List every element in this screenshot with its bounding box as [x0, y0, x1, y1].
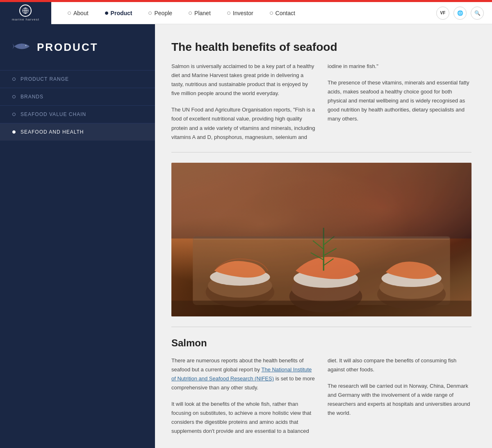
nav-dot-contact [270, 11, 273, 15]
salmon-two-col: There are numerous reports about the hea… [171, 356, 472, 436]
salmon-left: There are numerous reports about the hea… [171, 356, 315, 436]
navbar: marine harvest About Product People Plan… [0, 2, 492, 24]
nav-dot-product [105, 11, 108, 15]
page-title: The health benefits of seafood [171, 41, 472, 54]
paragraph-7: diet. It will also compare the benefits … [328, 356, 472, 374]
paragraph-5: There are numerous reports about the hea… [171, 356, 315, 392]
nav-item-planet[interactable]: Planet [180, 2, 219, 24]
intro-left: Salmon is universally acclaimed to be a … [171, 62, 315, 142]
logo-text: marine harvest [12, 18, 39, 21]
sidebar-header: PRODUCT [0, 36, 155, 66]
nav-dot-people [148, 11, 152, 15]
svg-rect-22 [171, 163, 472, 239]
paragraph-4: The presence of these vitamins, minerals… [328, 78, 472, 123]
divider-2 [171, 327, 472, 327]
bullet-brands [12, 95, 16, 98]
svg-rect-23 [171, 300, 472, 316]
nav-dot-planet [189, 11, 192, 15]
nav-item-people[interactable]: People [140, 2, 180, 24]
sidebar-item-product-range[interactable]: PRODUCT RANGE [0, 70, 155, 88]
bullet-seafood-and-health [12, 130, 16, 134]
vf-icon: VF [440, 11, 446, 15]
navbar-icons: VF 🌐 🔍 [436, 7, 492, 20]
nav-item-investor[interactable]: Investor [219, 2, 262, 24]
fish-icon [12, 41, 31, 54]
search-icon: 🔍 [474, 10, 481, 16]
salmon-section-title: Salmon [171, 337, 472, 349]
nav-item-about[interactable]: About [59, 2, 97, 24]
nav-dot-investor [227, 11, 230, 15]
nav-item-product[interactable]: Product [97, 2, 141, 24]
intro-right: iodine in marine fish." The presence of … [328, 62, 472, 142]
paragraph-2: The UN Food and Agriculture Organisation… [171, 105, 315, 141]
sidebar-title: PRODUCT [37, 41, 98, 54]
globe-icon: 🌐 [457, 10, 463, 16]
navbar-links: About Product People Planet Investor Con… [51, 2, 436, 24]
sidebar-item-seafood-and-health[interactable]: SEAFOOD AND HEALTH [0, 123, 155, 141]
sidebar-menu: PRODUCT RANGE BRANDS SEAFOOD VALUE CHAIN… [0, 70, 155, 141]
main-layout: PRODUCT PRODUCT RANGE BRANDS SEAFOOD VAL… [0, 24, 492, 448]
nav-item-contact[interactable]: Contact [262, 2, 303, 24]
svg-point-4 [25, 45, 27, 46]
paragraph-6: It will look at the benefits of the whol… [171, 400, 315, 436]
salmon-image [171, 163, 472, 316]
logo-icon [19, 5, 32, 17]
sidebar: PRODUCT PRODUCT RANGE BRANDS SEAFOOD VAL… [0, 24, 155, 448]
logo[interactable]: marine harvest [0, 2, 51, 24]
paragraph-3: iodine in marine fish." [328, 62, 472, 71]
main-content: The health benefits of seafood Salmon is… [155, 24, 492, 448]
paragraph-1: Salmon is universally acclaimed to be a … [171, 62, 315, 98]
sidebar-item-seafood-value-chain[interactable]: SEAFOOD VALUE CHAIN [0, 105, 155, 123]
globe-icon-button[interactable]: 🌐 [453, 7, 467, 20]
sidebar-item-brands[interactable]: BRANDS [0, 88, 155, 105]
paragraph-8: The research will be carried out in Norw… [328, 382, 472, 418]
bullet-product-range [12, 77, 16, 81]
nav-dot-about [68, 11, 71, 15]
bullet-seafood-value-chain [12, 113, 16, 116]
divider-1 [171, 152, 472, 152]
search-icon-button[interactable]: 🔍 [471, 7, 484, 20]
salmon-right: diet. It will also compare the benefits … [328, 356, 472, 436]
intro-two-col: Salmon is universally acclaimed to be a … [171, 62, 472, 142]
vf-icon-button[interactable]: VF [436, 7, 449, 20]
